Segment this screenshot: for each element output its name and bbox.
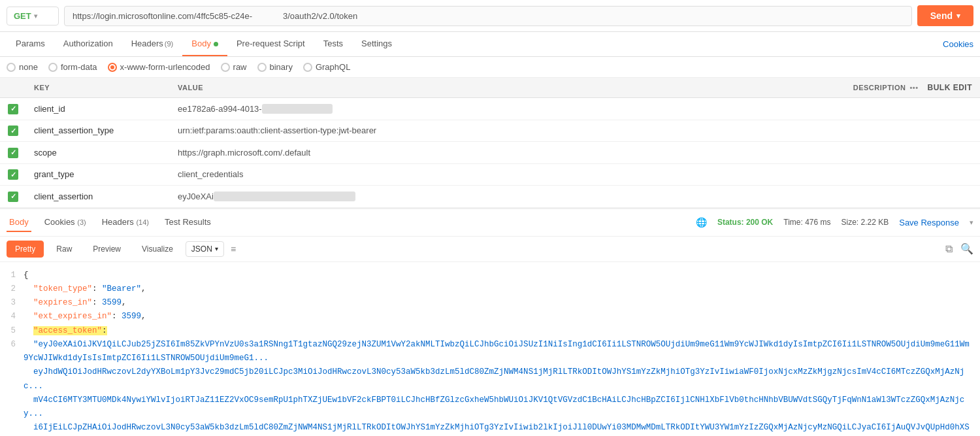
tab-authorization[interactable]: Authorization xyxy=(54,32,122,56)
params-table: KEY VALUE DESCRIPTION ••• Bulk Edit clie… xyxy=(0,78,980,208)
radio-binary xyxy=(257,63,267,72)
format-raw-button[interactable]: Raw xyxy=(48,241,80,258)
tab-settings[interactable]: Settings xyxy=(352,32,401,56)
row1-desc[interactable] xyxy=(667,98,980,120)
json-format-selector[interactable]: JSON ▾ xyxy=(186,241,224,257)
send-chevron-icon: ▾ xyxy=(956,12,960,20)
format-visualize-button[interactable]: Visualize xyxy=(133,241,182,258)
body-type-urlencoded[interactable]: x-www-form-urlencoded xyxy=(108,62,210,72)
radio-graphql xyxy=(303,63,312,72)
tab-headers[interactable]: Headers(9) xyxy=(122,32,183,56)
body-type-binary[interactable]: binary xyxy=(257,62,293,72)
radio-none xyxy=(7,63,16,72)
row1-checkbox[interactable] xyxy=(8,104,18,114)
resp-tab-body[interactable]: Body xyxy=(7,213,31,232)
body-type-row: none form-data x-www-form-urlencoded raw… xyxy=(0,57,980,78)
resp-tab-headers[interactable]: Headers (14) xyxy=(99,213,152,232)
format-pretty-button[interactable]: Pretty xyxy=(7,241,44,258)
col-header-checkbox xyxy=(0,78,26,98)
row5-value-blurred xyxy=(214,192,355,201)
save-response-chevron[interactable]: ▾ xyxy=(970,218,973,227)
row5-value[interactable]: eyJ0eXAi xyxy=(170,186,667,208)
format-preview-button[interactable]: Preview xyxy=(84,241,129,258)
request-tabs: Params Authorization Headers(9) Body Pre… xyxy=(0,32,980,57)
code-line-8: mV4cCI6MTY3MTU0MDk4NywiYWlvIjoiRTJaZ11EZ… xyxy=(0,394,980,422)
copy-icon[interactable]: ⧉ xyxy=(945,243,953,255)
body-dot xyxy=(214,42,218,46)
tab-body[interactable]: Body xyxy=(182,32,227,56)
body-type-raw[interactable]: raw xyxy=(221,62,247,72)
row2-key[interactable]: client_assertion_type xyxy=(26,120,170,142)
response-header: Body Cookies (3) Headers (14) Test Resul… xyxy=(0,208,980,237)
table-row: client_id ee1782a6-a994-4013- xyxy=(0,98,980,120)
col-header-key: KEY xyxy=(26,78,170,98)
send-button[interactable]: Send ▾ xyxy=(917,5,973,26)
table-more-icon[interactable]: ••• xyxy=(909,84,918,92)
filter-icon[interactable]: ≡ xyxy=(231,244,236,254)
resp-tab-cookies[interactable]: Cookies (3) xyxy=(42,213,89,232)
row5-desc[interactable] xyxy=(667,186,980,208)
body-type-form-data[interactable]: form-data xyxy=(48,62,97,72)
method-selector[interactable]: GET ▾ xyxy=(7,7,59,25)
row2-value[interactable]: urn:ietf:params:oauth:client-assertion-t… xyxy=(170,120,667,142)
time-label: Time: 476 ms xyxy=(783,218,830,227)
size-label: Size: 2.22 KB xyxy=(841,218,889,227)
url-input[interactable] xyxy=(64,6,912,26)
row4-value[interactable]: client_credentials xyxy=(170,163,667,186)
code-line-6: 6 "eyJ0eXAiOiJKV1QiLCJub25jZSI6Im85ZkVPY… xyxy=(0,338,980,366)
bulk-edit-button[interactable]: Bulk Edit xyxy=(928,83,973,92)
tab-tests[interactable]: Tests xyxy=(314,32,352,56)
code-line-9: i6IjEiLCJpZHAiOiJodHRwczovL3N0cy53aW5kb3… xyxy=(0,421,980,431)
code-line-1: 1 { xyxy=(0,269,980,282)
tab-params[interactable]: Params xyxy=(7,32,54,56)
json-chevron-icon: ▾ xyxy=(215,245,218,252)
json-format-label: JSON xyxy=(191,244,212,254)
method-label: GET xyxy=(14,11,31,21)
code-line-4: 4 "ext_expires_in": 3599, xyxy=(0,310,980,324)
send-label: Send xyxy=(930,10,953,21)
top-bar: GET ▾ Send ▾ xyxy=(0,0,980,32)
cookies-link[interactable]: Cookies xyxy=(943,39,973,49)
tab-pre-request[interactable]: Pre-request Script xyxy=(227,32,314,56)
row3-value[interactable]: https://graph.microsoft.com/.default xyxy=(170,142,667,164)
row1-value-blurred xyxy=(262,104,333,114)
row3-checkbox[interactable] xyxy=(8,148,18,158)
row3-key[interactable]: scope xyxy=(26,142,170,164)
table-row: scope https://graph.microsoft.com/.defau… xyxy=(0,142,980,164)
radio-urlencoded xyxy=(108,63,117,72)
method-chevron-icon: ▾ xyxy=(34,12,37,20)
row1-key[interactable]: client_id xyxy=(26,98,170,120)
code-line-2: 2 "token_type": "Bearer", xyxy=(0,282,980,296)
radio-raw xyxy=(221,63,230,72)
response-body-code[interactable]: 1 { 2 "token_type": "Bearer", 3 "expires… xyxy=(0,262,980,432)
body-type-graphql[interactable]: GraphQL xyxy=(303,62,350,72)
save-response-button[interactable]: Save Response xyxy=(899,218,959,227)
search-icon[interactable]: 🔍 xyxy=(960,243,973,255)
body-type-none[interactable]: none xyxy=(7,62,38,72)
row4-checkbox[interactable] xyxy=(8,169,18,180)
row2-checkbox[interactable] xyxy=(8,126,18,136)
response-status: 🌐 Status: 200 OK Time: 476 ms Size: 2.22… xyxy=(696,217,973,227)
col-header-description: DESCRIPTION ••• Bulk Edit xyxy=(667,78,980,98)
table-row: grant_type client_credentials xyxy=(0,163,980,186)
table-row: client_assertion eyJ0eXAi xyxy=(0,186,980,208)
globe-icon: 🌐 xyxy=(696,217,707,227)
response-toolbar: Pretty Raw Preview Visualize JSON ▾ ≡ ⧉ … xyxy=(0,237,980,262)
code-line-5: 5 "access_token": xyxy=(0,324,980,338)
row3-desc[interactable] xyxy=(667,142,980,164)
row5-key[interactable]: client_assertion xyxy=(26,186,170,208)
resp-tab-test-results[interactable]: Test Results xyxy=(162,213,214,232)
radio-form-data xyxy=(48,63,57,72)
table-row: client_assertion_type urn:ietf:params:oa… xyxy=(0,120,980,142)
status-ok-badge: Status: 200 OK xyxy=(717,218,773,227)
code-line-7: eyJhdWQiOiJodHRwczovL2dyYXBoLm1pY3Jvc29m… xyxy=(0,365,980,394)
row4-key[interactable]: grant_type xyxy=(26,163,170,186)
row5-checkbox[interactable] xyxy=(8,192,18,202)
col-header-value: VALUE xyxy=(170,78,667,98)
code-line-3: 3 "expires_in": 3599, xyxy=(0,296,980,310)
row1-value[interactable]: ee1782a6-a994-4013- xyxy=(170,98,667,120)
row4-desc[interactable] xyxy=(667,163,980,186)
row2-desc[interactable] xyxy=(667,120,980,142)
